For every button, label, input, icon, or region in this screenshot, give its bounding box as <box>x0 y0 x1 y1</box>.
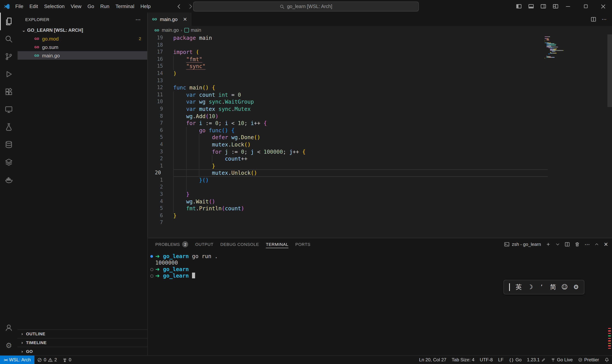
explorer-icon[interactable] <box>0 13 18 30</box>
forward-arrow-icon[interactable] <box>187 3 194 9</box>
ellipsis-icon[interactable]: ⋯ <box>135 16 141 22</box>
tab-main-go[interactable]: GO main.go ✕ <box>148 13 191 26</box>
code-line[interactable]: 4 mutex.Lock() <box>148 141 612 148</box>
breadcrumb-symbol[interactable]: main <box>191 27 201 33</box>
file-go.sum[interactable]: GOgo.sum <box>18 43 147 51</box>
menu-help[interactable]: Help <box>137 3 154 9</box>
terminal-output[interactable]: ➜ go_learn go run .1000000➜ go_learn ➜ g… <box>148 250 612 356</box>
code-line[interactable]: 19package main <box>148 34 612 41</box>
minimize-icon[interactable] <box>559 0 577 13</box>
settings-gear-icon[interactable]: ⚙ <box>0 337 18 354</box>
line-number[interactable]: 19 <box>148 34 163 41</box>
menu-view[interactable]: View <box>68 3 84 9</box>
command-decoration-icon[interactable] <box>150 274 153 278</box>
line-number[interactable]: 4 <box>148 141 163 148</box>
search-icon[interactable] <box>0 30 18 48</box>
line-number[interactable]: 18 <box>148 41 163 49</box>
line-number[interactable]: 16 <box>148 56 163 63</box>
code-line[interactable]: 7 for i := 0; i < 10; i++ { <box>148 120 612 127</box>
line-number[interactable]: 2 <box>148 184 163 191</box>
docker-icon[interactable] <box>0 171 18 188</box>
menu-file[interactable]: File <box>12 3 27 9</box>
code-line[interactable]: 5 defer wg.Done() <box>148 134 612 141</box>
language-mode[interactable]: {}Go <box>506 356 524 364</box>
code-line[interactable]: 5 fmt.Println(count) <box>148 205 612 212</box>
code-line[interactable]: 4 wg.Wait() <box>148 198 612 205</box>
folder-root[interactable]: ⌄ GO_LEARN [WSL: ARCH] <box>18 26 147 34</box>
punctuation-icon[interactable]: ’ <box>536 283 547 291</box>
database-icon[interactable] <box>0 136 18 153</box>
code-line[interactable]: 9 var mutex sync.Mutex <box>148 105 612 113</box>
maximize-icon[interactable] <box>577 0 594 13</box>
code-line[interactable]: 2 count++ <box>148 155 612 162</box>
terminal-session[interactable]: zsh - go_learn <box>504 242 541 247</box>
menu-selection[interactable]: Selection <box>41 3 68 9</box>
prettier-status[interactable]: Prettier <box>575 356 602 364</box>
panel-tab-terminal[interactable]: TERMINAL <box>266 238 288 250</box>
panel-tab-output[interactable]: OUTPUT <box>195 238 213 250</box>
line-number[interactable]: 7 <box>148 219 163 226</box>
code-line[interactable]: 6 go func() { <box>148 127 612 134</box>
remote-indicator[interactable]: >< WSL: Arch <box>0 356 35 364</box>
file-main.go[interactable]: GOmain.go <box>18 51 147 60</box>
eol-sequence[interactable]: LF <box>495 356 506 364</box>
breadcrumb-file[interactable]: main.go <box>162 27 179 33</box>
indentation[interactable]: Tab Size: 4 <box>449 356 477 364</box>
code-line[interactable]: 6} <box>148 212 612 219</box>
new-terminal-icon[interactable]: ＋ <box>546 241 551 248</box>
go-version[interactable]: 1.23.1 <box>524 356 548 364</box>
line-number[interactable]: 10 <box>148 98 163 105</box>
menu-run[interactable]: Run <box>97 3 112 9</box>
menu-terminal[interactable]: Terminal <box>112 3 137 9</box>
line-number[interactable]: 7 <box>148 120 163 127</box>
code-line[interactable]: 14) <box>148 70 612 77</box>
smiley-icon[interactable]: ☺ <box>559 283 570 291</box>
split-editor-icon[interactable] <box>591 16 596 22</box>
panel-tab-debug-console[interactable]: DEBUG CONSOLE <box>220 238 259 250</box>
editor-scrollbar[interactable] <box>607 34 612 107</box>
code-editor[interactable]: 19package main1817import (16 "fmt"15 "sy… <box>148 34 612 238</box>
line-number[interactable]: 4 <box>148 198 163 205</box>
code-line[interactable]: 16 "fmt" <box>148 56 612 63</box>
simplified-chinese-icon[interactable]: 简 <box>547 283 559 291</box>
minimap[interactable] <box>545 36 569 60</box>
code-line[interactable]: 3 } <box>148 191 612 198</box>
panel-tab-problems[interactable]: PROBLEMS2 <box>155 238 188 250</box>
notifications-bell[interactable] <box>602 356 612 364</box>
panel-tab-ports[interactable]: PORTS <box>295 238 310 250</box>
ellipsis-icon[interactable]: ⋯ <box>602 16 607 22</box>
chevron-up-icon[interactable] <box>595 242 599 247</box>
section-outline[interactable]: ›OUTLINE <box>18 329 147 338</box>
close-icon[interactable]: ✕ <box>183 16 187 22</box>
line-number[interactable]: 1 <box>148 177 163 184</box>
line-number[interactable]: 11 <box>148 91 163 98</box>
testing-icon[interactable] <box>0 118 18 136</box>
line-number[interactable]: 20 <box>148 169 163 177</box>
split-terminal-icon[interactable] <box>565 242 570 247</box>
code-line[interactable]: 3 for j := 0; j < 100000; j++ { <box>148 148 612 155</box>
toggle-sidebar-icon[interactable] <box>516 3 522 9</box>
line-number[interactable]: 9 <box>148 105 163 113</box>
ports-status[interactable]: 0 <box>60 356 74 364</box>
layers-icon[interactable] <box>0 153 18 171</box>
problems-status[interactable]: 0 2 <box>35 356 60 364</box>
run-debug-icon[interactable] <box>0 65 18 83</box>
line-number[interactable]: 15 <box>148 63 163 70</box>
line-number[interactable]: 2 <box>148 155 163 162</box>
line-number[interactable]: 17 <box>148 49 163 56</box>
code-line[interactable]: 1 }() <box>148 177 612 184</box>
toggle-panel-icon[interactable] <box>528 3 534 9</box>
code-line[interactable]: 7 <box>148 219 612 226</box>
line-number[interactable]: 6 <box>148 127 163 134</box>
line-number[interactable]: 3 <box>148 191 163 198</box>
remote-explorer-icon[interactable] <box>0 101 18 118</box>
code-line[interactable]: 1 } <box>148 162 612 169</box>
section-go[interactable]: ›GO <box>18 347 147 356</box>
command-center-search[interactable]: go_learn [WSL: Arch] <box>193 1 419 12</box>
line-number[interactable]: 13 <box>148 77 163 84</box>
accounts-icon[interactable] <box>0 319 18 337</box>
line-number[interactable]: 5 <box>148 205 163 212</box>
customize-layout-icon[interactable] <box>553 3 559 9</box>
line-number[interactable]: 6 <box>148 212 163 219</box>
gear-icon[interactable]: ⚙ <box>570 283 582 291</box>
